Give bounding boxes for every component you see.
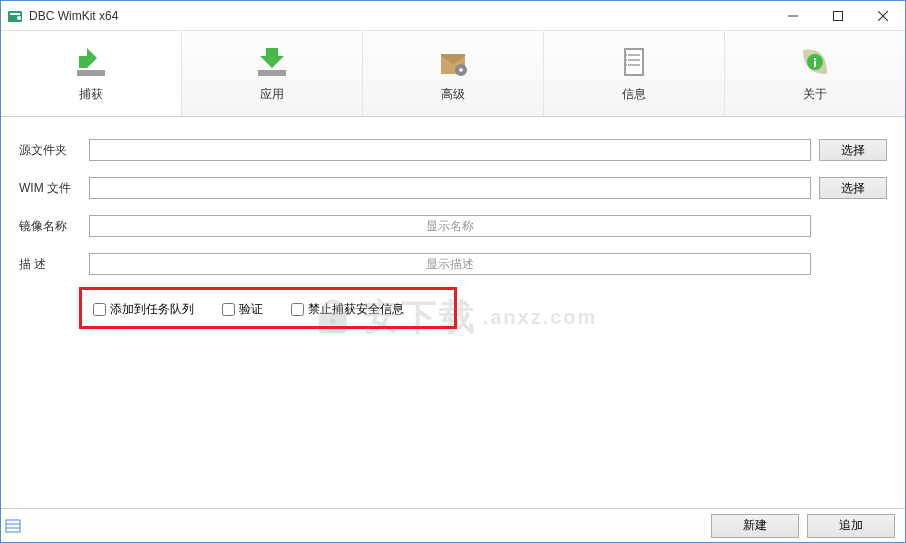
advanced-icon — [435, 44, 471, 80]
content-area: 安下载 .anxz.com 源文件夹 选择 WIM 文件 选择 镜像名称 描 述… — [1, 117, 905, 508]
checkbox-verify-input[interactable] — [222, 303, 235, 316]
source-folder-input[interactable] — [89, 139, 811, 161]
description-input[interactable] — [89, 253, 811, 275]
window-title: DBC WimKit x64 — [29, 9, 118, 23]
new-button[interactable]: 新建 — [711, 514, 799, 538]
tab-advanced[interactable]: 高级 — [363, 31, 544, 116]
tab-apply-label: 应用 — [260, 86, 284, 103]
checkbox-add-to-queue-label: 添加到任务队列 — [110, 301, 194, 318]
checkbox-no-security[interactable]: 禁止捕获安全信息 — [291, 301, 404, 318]
window-titlebar: DBC WimKit x64 — [1, 1, 905, 31]
about-icon — [797, 44, 833, 80]
checkbox-no-security-label: 禁止捕获安全信息 — [308, 301, 404, 318]
tab-info-label: 信息 — [622, 86, 646, 103]
tab-info[interactable]: 信息 — [544, 31, 725, 116]
svg-rect-4 — [833, 11, 842, 20]
image-name-label: 镜像名称 — [19, 218, 89, 235]
description-label: 描 述 — [19, 256, 89, 273]
checkbox-add-to-queue[interactable]: 添加到任务队列 — [93, 301, 194, 318]
tab-about-label: 关于 — [803, 86, 827, 103]
image-name-input[interactable] — [89, 215, 811, 237]
source-folder-label: 源文件夹 — [19, 142, 89, 159]
svg-rect-1 — [10, 13, 20, 15]
tab-capture[interactable]: 捕获 — [1, 31, 182, 116]
svg-rect-12 — [626, 50, 642, 74]
footer-bar: 新建 追加 — [1, 508, 905, 542]
tab-apply[interactable]: 应用 — [182, 31, 363, 116]
svg-point-17 — [625, 59, 627, 61]
svg-point-16 — [625, 54, 627, 56]
wim-file-select-button[interactable]: 选择 — [819, 177, 887, 199]
tab-capture-label: 捕获 — [79, 86, 103, 103]
source-folder-select-button[interactable]: 选择 — [819, 139, 887, 161]
svg-rect-8 — [258, 70, 286, 76]
checkbox-no-security-input[interactable] — [291, 303, 304, 316]
main-toolbar: 捕获 应用 高级 信息 关于 — [1, 31, 905, 117]
capture-icon — [73, 44, 109, 80]
checkbox-add-to-queue-input[interactable] — [93, 303, 106, 316]
task-list-icon[interactable] — [5, 518, 21, 534]
app-icon — [7, 8, 23, 24]
checkbox-verify-label: 验证 — [239, 301, 263, 318]
svg-rect-21 — [814, 61, 816, 67]
tab-advanced-label: 高级 — [441, 86, 465, 103]
svg-rect-7 — [77, 70, 105, 76]
info-icon — [616, 44, 652, 80]
wim-file-input[interactable] — [89, 177, 811, 199]
svg-rect-20 — [814, 58, 816, 60]
maximize-button[interactable] — [815, 1, 860, 31]
minimize-button[interactable] — [770, 1, 815, 31]
append-button[interactable]: 追加 — [807, 514, 895, 538]
checkbox-verify[interactable]: 验证 — [222, 301, 263, 318]
apply-icon — [254, 44, 290, 80]
wim-file-label: WIM 文件 — [19, 180, 89, 197]
tab-about[interactable]: 关于 — [725, 31, 905, 116]
svg-point-2 — [17, 16, 21, 20]
svg-point-18 — [625, 64, 627, 66]
svg-rect-24 — [6, 520, 20, 532]
close-button[interactable] — [860, 1, 905, 31]
